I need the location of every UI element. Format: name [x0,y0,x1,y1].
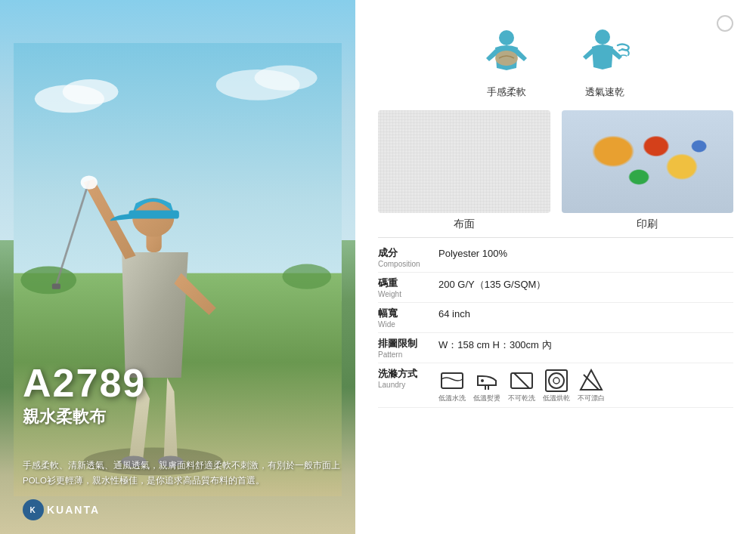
spec-row-composition: 成分 Composition Polyester 100% [378,242,733,273]
print-fabric-image [562,110,734,213]
spec-key-main-pattern: 排圖限制 [378,337,438,350]
plain-fabric-item: 布面 [378,110,550,231]
wash-label: 低溫水洗 [438,394,466,403]
brand-icon: K [23,499,44,520]
spec-row-laundry: 洗滌方式 Laundry 低溫水洗 [378,363,733,408]
product-name: 親水柔軟布 [23,406,146,428]
plain-fabric-image [378,110,550,213]
iron-symbol [475,369,499,393]
svg-point-27 [549,373,564,388]
svg-point-19 [595,29,610,45]
no-bleach-label: 不可漂白 [578,394,605,403]
spec-key-sub-composition: Composition [378,260,438,268]
soft-touch-icon [480,26,533,79]
svg-point-4 [255,66,318,91]
feature-icons-row: 手感柔軟 透氣速乾 [378,15,733,106]
tumble-label: 低溫烘乾 [543,394,570,403]
laundry-iron: 低溫熨燙 [473,369,500,403]
laundry-wash: 低溫水洗 [438,369,466,403]
product-code: A2789 [23,363,146,403]
laundry-no-bleach: 不可漂白 [578,369,605,403]
spec-key-laundry: 洗滌方式 Laundry [378,367,438,389]
spec-key-main-laundry: 洗滌方式 [378,367,438,381]
plain-texture [378,110,550,213]
soft-icon-item: 手感柔軟 [480,26,533,99]
wash-symbol [440,369,464,393]
svg-point-23 [481,379,484,382]
laundry-no-dry: 不可乾洗 [508,369,535,403]
specs-table: 成分 Composition Polyester 100% 碼重 Weight … [378,237,733,408]
spec-key-pattern: 排圖限制 Pattern [378,337,438,359]
brand-name: KUANTA [47,504,100,516]
no-dry-label: 不可乾洗 [508,394,535,403]
spec-row-width: 幅寬 Wide 64 inch [378,303,733,333]
spec-key-composition: 成分 Composition [378,246,438,268]
svg-rect-15 [52,283,60,289]
spec-row-pattern: 排圖限制 Pattern W：158 cm H：300cm 內 [378,333,733,363]
tumble-symbol [544,369,569,393]
breathable-icon-label: 透氣速乾 [585,85,624,99]
svg-point-28 [553,378,559,384]
print-fabric-item: 印刷 [562,110,734,231]
laundry-icons-row: 低溫水洗 低溫熨燙 [438,369,733,403]
spec-key-weight: 碼重 Weight [378,276,438,298]
breathable-icon [578,26,631,79]
svg-rect-13 [129,211,178,219]
spec-value-width: 64 inch [438,307,733,319]
top-circle-indicator [717,15,733,32]
svg-line-29 [584,375,599,390]
print-texture [562,110,734,213]
spec-key-sub-width: Wide [378,320,438,329]
spec-row-weight: 碼重 Weight 200 G/Y（135 G/SQM） [378,273,733,303]
laundry-tumble: 低溫烘乾 [543,369,570,403]
spec-key-width: 幅寬 Wide [378,307,438,329]
no-dry-symbol [510,369,534,393]
brand-logo: K KUANTA [23,499,100,520]
spec-key-main-composition: 成分 [378,246,438,260]
spec-key-sub-weight: Weight [378,290,438,298]
svg-point-7 [282,264,331,289]
spec-key-main-weight: 碼重 [378,276,438,290]
left-panel: A2789 親水柔軟布 手感柔軟、清新透氣、通風透氣，親膚面料舒適柔軟不刺激，有… [0,0,355,534]
svg-point-16 [81,175,98,189]
svg-point-6 [20,266,76,294]
print-fabric-label: 印刷 [562,218,734,231]
iron-label: 低溫熨燙 [473,394,500,403]
svg-point-2 [63,79,119,104]
svg-point-18 [495,51,518,66]
product-description: 手感柔軟、清新透氣、通風透氣，親膚面料舒適柔軟不刺激，有別於一般市面上POLO衫… [23,458,340,489]
spec-value-laundry: 低溫水洗 低溫熨燙 [438,367,733,403]
spec-value-weight: 200 G/Y（135 G/SQM） [438,276,733,292]
right-panel: 手感柔軟 透氣速乾 布面 [355,0,756,534]
golfer-image [0,43,355,496]
breathable-icon-item: 透氣速乾 [578,26,631,99]
spec-value-pattern: W：158 cm H：300cm 內 [438,337,733,352]
spec-key-sub-pattern: Pattern [378,350,438,359]
svg-line-25 [514,373,529,388]
spec-value-composition: Polyester 100% [438,246,733,259]
spec-key-sub-laundry: Laundry [378,381,438,389]
plain-fabric-label: 布面 [378,218,550,231]
fabric-images-row: 布面 印刷 [378,110,733,231]
no-bleach-symbol [579,369,603,393]
svg-point-17 [499,30,514,45]
product-title-block: A2789 親水柔軟布 [23,363,146,428]
soft-icon-label: 手感柔軟 [487,85,526,99]
spec-key-main-width: 幅寬 [378,307,438,320]
